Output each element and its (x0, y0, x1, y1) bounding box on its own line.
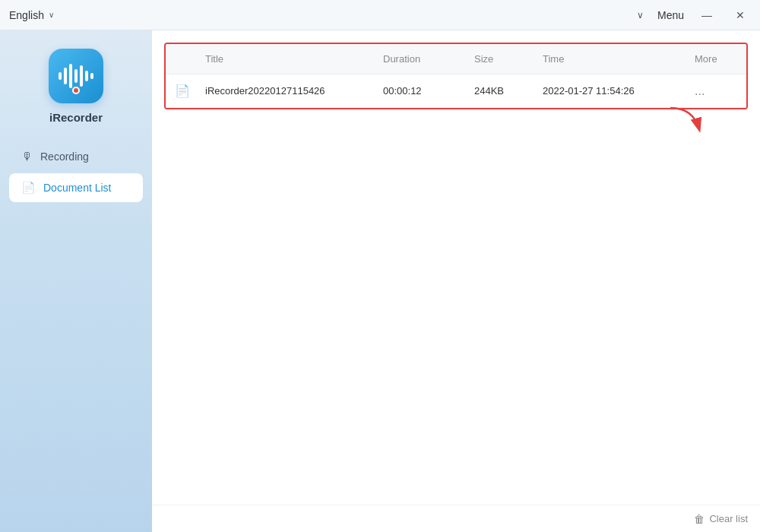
row-more-button[interactable]: ... (686, 84, 746, 98)
app-name: iRecorder (49, 111, 103, 124)
col-header-size: Size (465, 53, 534, 65)
title-bar: English ∨ ∨ Menu — ✕ (0, 0, 760, 30)
row-title-cell: iRecorder20220127115426 (196, 85, 374, 97)
sidebar-item-document-list-label: Document List (43, 182, 111, 194)
row-time-cell: 2022-01-27 11:54:26 (534, 85, 686, 97)
menu-check-icon: ∨ (637, 10, 644, 21)
wave-bar-5 (80, 65, 83, 87)
col-header-time: Time (534, 53, 686, 65)
table-header: Title Duration Size Time More (166, 44, 746, 74)
clear-list-label: Clear list (709, 513, 748, 524)
wave-bar-1 (59, 72, 62, 80)
title-bar-left: English ∨ (9, 9, 54, 21)
row-duration-cell: 00:00:12 (374, 85, 465, 97)
sound-wave-icon (59, 62, 93, 90)
row-icon-cell: 📄 (166, 84, 196, 98)
sidebar: iRecorder 🎙 Recording 📄 Document List (0, 30, 152, 532)
microphone-icon: 🎙 (21, 150, 33, 163)
close-button[interactable]: ✕ (730, 5, 751, 26)
col-header-more: More (686, 53, 746, 65)
recordings-table-container: Title Duration Size Time More 📄 iRecorde… (164, 43, 748, 109)
trash-icon: 🗑 (694, 513, 705, 525)
col-header-title: Title (196, 53, 374, 65)
wave-bar-6 (85, 71, 88, 81)
title-bar-right: ∨ Menu — ✕ (637, 5, 751, 26)
sidebar-item-recording-label: Recording (40, 150, 89, 163)
sidebar-item-recording[interactable]: 🎙 Recording (9, 142, 143, 170)
minimize-button[interactable]: — (696, 5, 717, 26)
wave-bar-2 (64, 68, 67, 84)
wave-bar-3 (69, 64, 72, 88)
main-layout: iRecorder 🎙 Recording 📄 Document List Ti… (0, 30, 760, 532)
sidebar-nav: 🎙 Recording 📄 Document List (0, 142, 152, 202)
col-header-checkbox (166, 53, 196, 65)
wave-bar-4 (74, 69, 78, 83)
language-selector[interactable]: English (9, 9, 44, 21)
app-icon (49, 49, 103, 103)
wave-bar-7 (90, 73, 93, 79)
file-icon: 📄 (175, 84, 190, 97)
footer: 🗑 Clear list (152, 505, 760, 532)
document-icon: 📄 (21, 181, 36, 195)
record-dot-icon (72, 87, 80, 94)
table-row[interactable]: 📄 iRecorder20220127115426 00:00:12 244KB… (166, 74, 746, 108)
col-header-duration: Duration (374, 53, 465, 65)
clear-list-button[interactable]: 🗑 Clear list (694, 513, 748, 525)
chevron-down-icon: ∨ (49, 11, 54, 19)
row-size-cell: 244KB (465, 85, 534, 97)
menu-button[interactable]: Menu (657, 9, 684, 21)
sidebar-item-document-list[interactable]: 📄 Document List (9, 173, 143, 202)
content-area: Title Duration Size Time More 📄 iRecorde… (152, 30, 760, 532)
